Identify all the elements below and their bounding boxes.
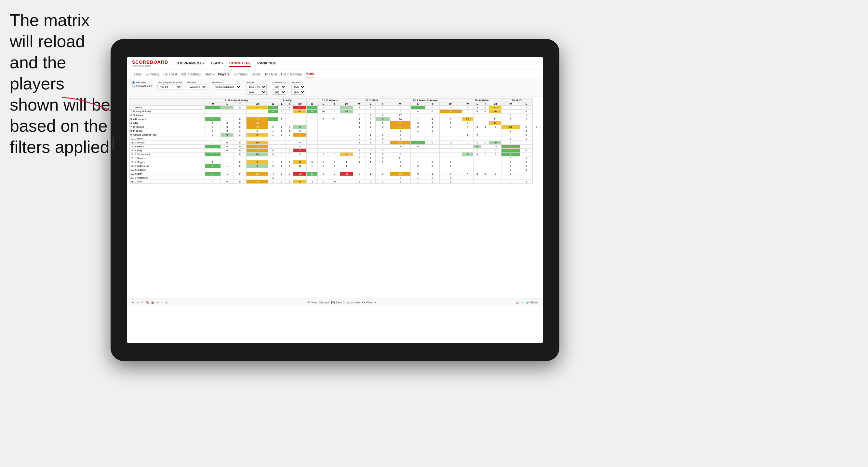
full-view-radio[interactable]: Full View [132, 81, 152, 84]
nav-tournaments[interactable]: TOURNAMENTS [176, 60, 204, 67]
expand-btn[interactable]: ⤡ [521, 301, 524, 304]
filters-bar: Full View Compact View Max players in vi… [127, 79, 543, 97]
table-row: 2. M Kelly Mulcahy 07040 1010050 04035 0… [130, 110, 540, 114]
gender-filter: Gender Women's [187, 81, 207, 89]
subnav-h2h-heatmap[interactable]: H2H Heatmap [181, 71, 201, 77]
comment-btn[interactable]: 💬 [516, 301, 519, 304]
player-header [130, 98, 205, 106]
gender-select[interactable]: Women's [187, 85, 207, 89]
subnav-h2h-grid[interactable]: H2H Grid [163, 71, 177, 77]
players-select[interactable]: (All) [291, 85, 305, 89]
sub-w7: W [501, 102, 520, 106]
table-row: 8. M Torres 0010 1012 010 01 [130, 129, 540, 133]
compact-view-input[interactable] [132, 85, 135, 88]
sub-w4: W [353, 102, 366, 106]
region-select2[interactable]: (All) [247, 90, 267, 95]
conference-select2[interactable]: (All) [272, 90, 286, 95]
nav-rankings[interactable]: RANKINGS [257, 60, 276, 67]
view-toggle: Full View Compact View [132, 81, 152, 88]
toolbar-left: ↩ ↩ ↺ 🔖 ▦ — + 🕐 [132, 301, 168, 304]
players-filter: Players (All) (All) [291, 81, 305, 95]
table-row: 5. A Nomrowski 310-15 10 1011 100 14140 … [130, 117, 540, 121]
conference-select[interactable]: (All) [272, 85, 286, 89]
sub-l4: L [366, 102, 376, 106]
plus-btn[interactable]: + [161, 301, 163, 304]
table-row: 15. H Stranda 020 11 01 [130, 156, 540, 160]
compact-view-radio[interactable]: Compact View [132, 85, 152, 88]
table-row: 12. A Bianchi 200-18 1104 200 025 4 [130, 145, 540, 149]
logo: SCOREBOARD Powered by clippd [132, 60, 168, 67]
annotation-text: The matrix will reload and the players s… [10, 10, 111, 158]
share-btn[interactable]: 🔗 Share [526, 301, 538, 304]
table-row: 6. A Dy 700-33 120 -4010 411 [130, 121, 540, 125]
table-row: 16. X Mcgaha 2105 10011 0101 111 1103 00 [130, 160, 540, 164]
division-select[interactable]: NCAA Division II [212, 85, 241, 89]
subnav-players[interactable]: Players [218, 71, 230, 77]
col-group-za: 60. W Za [501, 98, 533, 102]
table-row: 18. J Hodgson 01 [130, 168, 540, 172]
sub-w1: W [205, 102, 220, 106]
sub-l1: L [221, 102, 234, 106]
max-players-select[interactable]: Top 25 [157, 85, 182, 89]
division-filter: Division NCAA Division II [212, 81, 241, 89]
layout-btn[interactable]: ▦ [151, 301, 154, 304]
subnav-summary2[interactable]: Summary [234, 71, 247, 77]
sub-t2: T [285, 102, 293, 106]
subnav-h2h-grid2[interactable]: H2H Grid [264, 71, 277, 77]
sub-l7: L [520, 102, 532, 106]
sub-dif1: Dif [246, 102, 268, 106]
sub-dif2: Dif [293, 102, 307, 106]
table-row: 1. J Garcia 31027 301-11 4100 1110 0106 … [130, 106, 540, 110]
sub-t5: T [425, 102, 439, 106]
sub-w5: W [390, 102, 411, 106]
table-row: 7. O Mitchell 300-18 2202 120 -4010 4040… [130, 125, 540, 129]
watch-btn[interactable]: 👀 Watch ▾ [362, 301, 377, 304]
redo-btn[interactable]: ↩ [136, 301, 139, 304]
sub-w6: W [462, 102, 473, 106]
save-custom-btn[interactable]: 💾 Save Custom View [331, 301, 360, 304]
subnav-matrix[interactable]: Matrix [205, 71, 214, 77]
minus-btn[interactable]: — [156, 301, 159, 304]
sub-l5: L [411, 102, 425, 106]
col-group-stoll: 21. O Stoll [353, 98, 390, 102]
table-row: 17. D Ballesteros 3105 20311 1101 0207 0… [130, 164, 540, 168]
table-row: 19. J Karth 31013 400-20 1300-31 210 130… [130, 172, 540, 176]
nav-committee[interactable]: COMMITTEE [229, 60, 251, 67]
col-group-woods: 11. G Woods [307, 98, 353, 102]
subnav-matrix2[interactable]: Matrix [306, 71, 314, 77]
table-row: 11. G Woods 10010 0 110 144017 24020 4 [130, 141, 540, 145]
sub-l6: L [473, 102, 481, 106]
sub-t3: T [329, 102, 340, 106]
subnav-teams[interactable]: Teams [132, 71, 142, 77]
full-view-input[interactable] [132, 81, 135, 84]
subnav-summary[interactable]: Summary [145, 71, 159, 77]
col-group-mulcahy: 2. M Kelly Mulcahy [205, 98, 268, 102]
clock-btn[interactable]: 🕐 [164, 301, 168, 304]
region-filter: Region East - DII (All) [247, 81, 267, 95]
sub-t4: T [376, 102, 390, 106]
toolbar-center: 👁 View: Original 💾 Save Custom View 👀 Wa… [307, 301, 376, 304]
undo-btn[interactable]: ↩ [132, 301, 135, 304]
subnav-detail[interactable]: Detail [251, 71, 260, 77]
sub-dif3: Dif [340, 102, 353, 106]
col-group-webb: 38. A Webb [462, 98, 501, 102]
table-row: 10. L Perini 020 1 11 [130, 137, 540, 141]
view-original-btn[interactable]: 👁 View: Original [307, 301, 329, 304]
table-row: 20. E Andersson 2 0108 [130, 176, 540, 180]
subnav-h2h-heatmap2[interactable]: H2H Heatmap [281, 71, 302, 77]
refresh-btn[interactable]: ↺ [141, 301, 144, 304]
toolbar-right: 💬 ⤡ 🔗 Share [516, 301, 538, 304]
table-row: 13. N Klug 100-10 010-2 103 0210 10 [130, 149, 540, 153]
sub-w3: W [307, 102, 318, 106]
players-select2[interactable]: (All) [291, 90, 305, 95]
nav-teams[interactable]: TEAMS [210, 60, 223, 67]
matrix-table: 2. M Kelly Mulcahy 6. A Dy 11. G Woods 2… [129, 98, 540, 184]
conference-filter: Conference (All) (All) [272, 81, 286, 95]
bookmark-btn[interactable]: 🔖 [146, 301, 149, 304]
nav-bar: SCOREBOARD Powered by clippd TOURNAMENTS… [127, 57, 543, 70]
table-row: 3. S Jelinek 020 17 01 [130, 114, 540, 117]
nav-links: TOURNAMENTS TEAMS COMMITTEE RANKINGS [176, 60, 276, 67]
bottom-toolbar: ↩ ↩ ↺ 🔖 ▦ — + 🕐 👁 View: Original 💾 Save … [127, 299, 543, 306]
table-row: 21. O Stoll 400-33 10114 3110 221 1109 0… [130, 180, 540, 184]
region-select[interactable]: East - DII [247, 85, 267, 89]
